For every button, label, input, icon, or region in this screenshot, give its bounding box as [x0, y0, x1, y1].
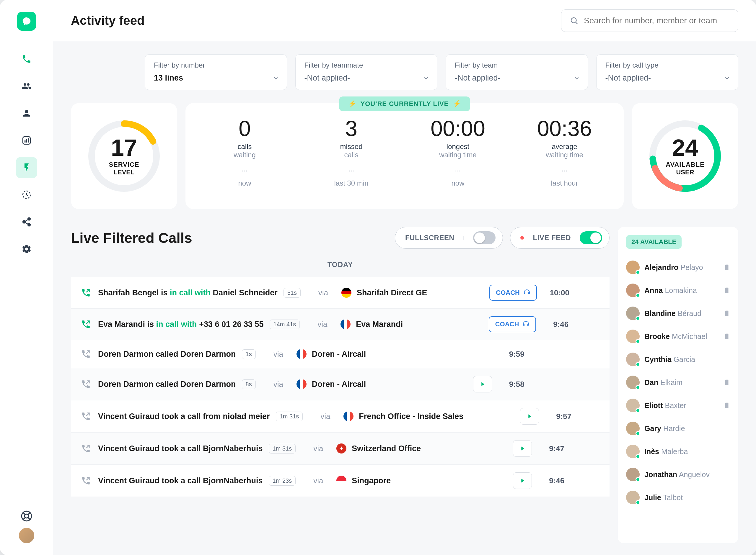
play-button[interactable] — [513, 440, 532, 457]
call-description: Doren Darmon called Doren Darmon — [98, 380, 236, 389]
filter-dropdown[interactable]: Filter by number 13 lines — [145, 54, 287, 90]
available-users-panel: 24 AVAILABLE Alejandro Pelayo Anna Lomak… — [618, 227, 738, 543]
avatar — [626, 422, 640, 435]
user-row[interactable]: Julie Talbot — [626, 486, 730, 509]
avatar — [626, 468, 640, 481]
user-name: Gary Hardie — [644, 424, 685, 433]
call-duration: 1m 31s — [276, 412, 303, 421]
call-row[interactable]: Sharifah Bengel is in call with Daniel S… — [71, 277, 609, 309]
livefeed-toggle[interactable]: LIVE FEED — [510, 227, 609, 249]
call-direction-icon — [80, 442, 92, 455]
call-description: Vincent Guiraud took a call BjornNaberhu… — [98, 444, 263, 453]
stat-value: 00:00 — [407, 118, 508, 139]
stat-value: 3 — [301, 118, 402, 139]
office-name: Switzerland Office — [352, 444, 479, 453]
filter-label: Filter by call type — [605, 61, 729, 69]
livefeed-switch[interactable] — [580, 231, 602, 244]
filter-value: -Not applied- — [455, 74, 579, 83]
nav-calls-icon[interactable] — [16, 48, 37, 70]
available-badge: 24 AVAILABLE — [626, 235, 682, 249]
nav-share-icon[interactable] — [16, 211, 37, 232]
user-row[interactable]: Inès Malerba — [626, 440, 730, 463]
nav-stats-icon[interactable] — [16, 130, 37, 151]
play-button[interactable] — [513, 472, 532, 489]
available-user-card: 24 AVAILABLE USER — [632, 103, 738, 209]
fullscreen-toggle[interactable]: FULLSCREEN | — [395, 227, 503, 249]
user-name: Anna Lomakina — [644, 286, 697, 295]
device-icon — [723, 401, 730, 410]
nav-history-icon[interactable] — [16, 184, 37, 205]
help-icon[interactable] — [21, 510, 33, 522]
avatar[interactable] — [19, 528, 34, 543]
search-box[interactable] — [561, 9, 738, 32]
user-row[interactable]: Eliott Baxter — [626, 394, 730, 417]
coach-button[interactable]: COACH — [489, 316, 536, 332]
flag-icon — [296, 379, 307, 389]
stat-value: 0 — [194, 118, 295, 139]
stat-column: 0 calls waiting ... now — [191, 118, 298, 203]
coach-button[interactable]: COACH — [489, 285, 537, 301]
call-row[interactable]: Eva Marandi is in call with +33 6 01 26 … — [71, 309, 609, 340]
avatar — [626, 330, 640, 343]
call-row[interactable]: Vincent Guiraud took a call BjornNaberhu… — [71, 465, 609, 497]
svg-rect-1 — [24, 140, 26, 142]
call-description: Eva Marandi is in call with +33 6 01 26 … — [98, 320, 264, 329]
user-row[interactable]: Jonathan Anguelov — [626, 463, 730, 486]
flag-icon — [344, 411, 354, 421]
filter-dropdown[interactable]: Filter by teammate -Not applied- — [295, 54, 438, 90]
call-direction-icon — [80, 474, 92, 487]
svg-point-7 — [28, 224, 30, 226]
user-row[interactable]: Alejandro Pelayo — [626, 256, 730, 279]
call-row[interactable]: Vincent Guiraud took a call BjornNaberhu… — [71, 433, 609, 465]
via-label: via — [313, 476, 331, 485]
stat-column: 00:00 longest waiting time ... now — [405, 118, 511, 203]
call-row[interactable]: Doren Darmon called Doren Darmon 1s via … — [71, 340, 609, 368]
call-direction-icon — [80, 348, 92, 360]
svg-point-14 — [647, 118, 723, 195]
svg-point-10 — [571, 18, 576, 23]
call-time: 9:46 — [542, 320, 568, 329]
play-button[interactable] — [473, 376, 492, 392]
svg-rect-19 — [725, 334, 728, 339]
user-row[interactable]: Anna Lomakina — [626, 279, 730, 302]
office-name: French Office - Inside Sales — [359, 412, 486, 421]
svg-rect-17 — [725, 288, 728, 293]
svg-point-9 — [25, 514, 28, 518]
user-row[interactable]: Dan Elkaim — [626, 371, 730, 394]
device-icon — [723, 286, 730, 295]
call-time: 9:59 — [498, 350, 524, 359]
flag-icon — [336, 476, 346, 486]
nav-activity-icon[interactable] — [16, 157, 37, 178]
nav-settings-icon[interactable] — [16, 239, 37, 260]
search-input[interactable] — [584, 16, 730, 26]
play-button[interactable] — [520, 408, 539, 425]
nav-team-icon[interactable] — [16, 76, 37, 97]
call-time: 9:58 — [498, 380, 524, 389]
via-label: via — [274, 380, 291, 389]
fullscreen-switch[interactable] — [473, 231, 495, 244]
feed-title: Live Filtered Calls — [71, 230, 192, 246]
call-duration: 1m 31s — [269, 444, 296, 454]
call-description: Doren Darmon called Doren Darmon — [98, 350, 236, 359]
filter-dropdown[interactable]: Filter by team -Not applied- — [446, 54, 588, 90]
user-name: Julie Talbot — [644, 493, 683, 502]
svg-rect-2 — [26, 139, 27, 142]
flag-icon: + — [336, 443, 346, 454]
avatar — [626, 399, 640, 412]
via-label: via — [318, 288, 336, 297]
user-row[interactable]: Brooke McMichael — [626, 325, 730, 348]
stat-value: 00:36 — [514, 118, 615, 139]
flag-icon — [342, 288, 351, 298]
chevron-down-icon — [273, 75, 279, 81]
call-duration: 1s — [242, 349, 256, 359]
nav-user-icon[interactable] — [16, 103, 37, 124]
call-row[interactable]: Vincent Guiraud took a call from niolad … — [71, 400, 609, 433]
filter-dropdown[interactable]: Filter by call type -Not applied- — [596, 54, 739, 90]
user-row[interactable]: Blandine Béraud — [626, 302, 730, 325]
call-row[interactable]: Doren Darmon called Doren Darmon 8s via … — [71, 368, 609, 400]
filter-label: Filter by number — [154, 61, 278, 69]
avatar — [626, 307, 640, 320]
user-row[interactable]: Gary Hardie — [626, 417, 730, 440]
feed-column: Live Filtered Calls FULLSCREEN | LIVE FE… — [71, 227, 609, 543]
user-row[interactable]: Cynthia Garcia — [626, 348, 730, 371]
